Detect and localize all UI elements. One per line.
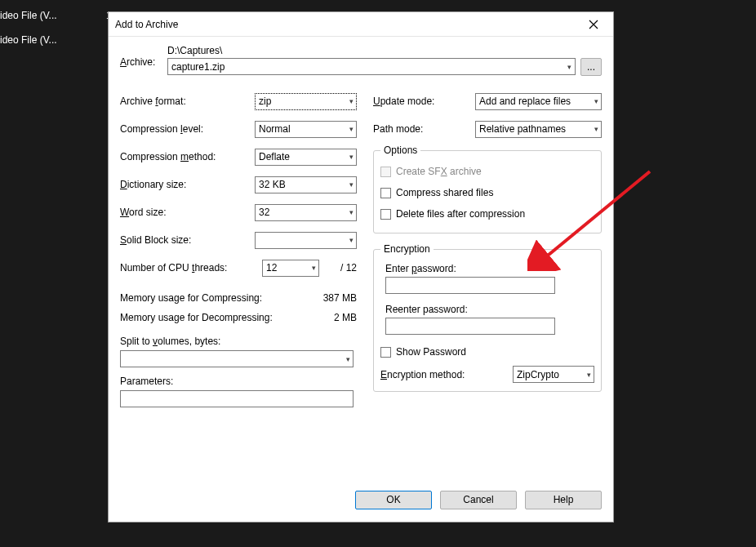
archive-format-select[interactable]: zip ▾ [255, 93, 357, 110]
dialog-content: Archive: D:\Captures\ capture1.zip ▾ ...… [109, 37, 613, 484]
ok-button[interactable]: OK [355, 491, 432, 509]
chevron-down-icon: ▾ [349, 236, 354, 244]
button-bar: OK Cancel Help [109, 484, 613, 522]
compression-level-label: Compression level: [120, 123, 255, 135]
chevron-down-icon: ▾ [587, 371, 591, 379]
show-password-label: Show Password [396, 346, 466, 358]
help-button[interactable]: Help [525, 491, 602, 509]
chevron-down-icon: ▾ [349, 208, 354, 216]
reenter-password-label: Reenter password: [385, 304, 594, 315]
sfx-checkbox [380, 167, 391, 177]
mem-compress-label: Memory usage for Compressing: [120, 292, 308, 304]
dictionary-size-select[interactable]: 32 KB ▾ [255, 176, 357, 193]
close-icon [589, 20, 598, 29]
archive-file-value: capture1.zip [171, 61, 225, 73]
compression-method-select[interactable]: Deflate ▾ [255, 149, 357, 166]
cpu-threads-total: / 12 [324, 262, 357, 274]
archive-file-combo[interactable]: capture1.zip ▾ [167, 58, 576, 75]
encryption-legend: Encryption [380, 243, 434, 255]
update-mode-select[interactable]: Add and replace files ▾ [475, 93, 602, 110]
options-legend: Options [380, 145, 420, 156]
left-column: Archive format: zip ▾ Compression level:… [120, 87, 357, 407]
parameters-label: Parameters: [120, 376, 357, 387]
dialog-title: Add to Archive [115, 19, 580, 30]
archive-label: Archive: [120, 45, 159, 68]
compress-shared-label: Compress shared files [396, 187, 493, 198]
chevron-down-icon: ▾ [567, 63, 571, 71]
chevron-down-icon: ▾ [349, 125, 354, 133]
delete-after-label: Delete files after compression [396, 208, 525, 220]
reenter-password-input[interactable] [385, 318, 555, 335]
update-mode-label: Update mode: [373, 96, 475, 107]
archive-format-value: zip [259, 96, 271, 107]
cancel-button[interactable]: Cancel [440, 491, 517, 509]
chevron-down-icon: ▾ [594, 97, 598, 105]
chevron-down-icon: ▾ [349, 153, 354, 161]
split-volumes-label: Split to volumes, bytes: [120, 336, 357, 347]
archive-path: D:\Captures\ [167, 45, 602, 56]
chevron-down-icon: ▾ [312, 264, 316, 272]
compress-shared-checkbox[interactable] [380, 188, 391, 198]
right-column: Update mode: Add and replace files ▾ Pat… [373, 87, 602, 407]
dictionary-size-value: 32 KB [259, 179, 286, 190]
mem-decompress-label: Memory usage for Decompressing: [120, 312, 308, 323]
show-password-checkbox[interactable] [380, 347, 391, 358]
add-to-archive-dialog: Add to Archive Archive: D:\Captures\ cap… [108, 11, 614, 523]
solid-block-select: ▾ [255, 232, 357, 249]
delete-after-checkbox[interactable] [380, 209, 391, 220]
encryption-group: Encryption Enter password: Reenter passw… [373, 243, 602, 392]
chevron-down-icon: ▾ [349, 97, 354, 105]
chevron-down-icon: ▾ [346, 355, 350, 363]
compression-method-label: Compression method: [120, 151, 255, 162]
bg-file-row: ideo File (V... [0, 34, 57, 46]
cpu-threads-value: 12 [266, 262, 277, 274]
compression-level-value: Normal [259, 123, 291, 135]
word-size-select[interactable]: 32 ▾ [255, 204, 357, 221]
chevron-down-icon: ▾ [594, 125, 598, 133]
close-button[interactable] [580, 13, 607, 36]
path-mode-value: Relative pathnames [479, 123, 566, 135]
enter-password-label: Enter password: [385, 263, 594, 274]
split-volumes-combo[interactable]: ▾ [120, 350, 354, 367]
cpu-threads-label: Number of CPU threads: [120, 262, 262, 274]
enter-password-input[interactable] [385, 277, 555, 294]
archive-format-label: Archive format: [120, 96, 255, 107]
chevron-down-icon: ▾ [349, 180, 354, 189]
word-size-label: Word size: [120, 207, 255, 218]
titlebar: Add to Archive [109, 12, 613, 37]
options-group: Options Create SFX archive Compress shar… [373, 145, 602, 233]
dictionary-size-label: Dictionary size: [120, 179, 255, 190]
encryption-method-select[interactable]: ZipCrypto ▾ [513, 366, 594, 383]
path-mode-select[interactable]: Relative pathnames ▾ [475, 121, 602, 138]
compression-level-select[interactable]: Normal ▾ [255, 121, 357, 138]
bg-file-name: ideo File (V... [0, 34, 57, 46]
mem-decompress-value: 2 MB [308, 312, 357, 323]
word-size-value: 32 [259, 207, 269, 218]
browse-button[interactable]: ... [580, 58, 602, 76]
encryption-method-value: ZipCrypto [517, 369, 559, 380]
path-mode-label: Path mode: [373, 123, 475, 135]
parameters-input[interactable] [120, 390, 354, 407]
encryption-method-label: Encryption method: [380, 369, 513, 380]
bg-file-row: ideo File (V... [0, 10, 57, 21]
sfx-label: Create SFX archive [396, 166, 482, 177]
compression-method-value: Deflate [259, 151, 290, 162]
update-mode-value: Add and replace files [479, 96, 571, 107]
mem-compress-value: 387 MB [308, 292, 357, 304]
cpu-threads-select[interactable]: 12 ▾ [262, 260, 319, 277]
solid-block-label: Solid Block size: [120, 234, 255, 246]
bg-file-name: ideo File (V... [0, 10, 57, 21]
